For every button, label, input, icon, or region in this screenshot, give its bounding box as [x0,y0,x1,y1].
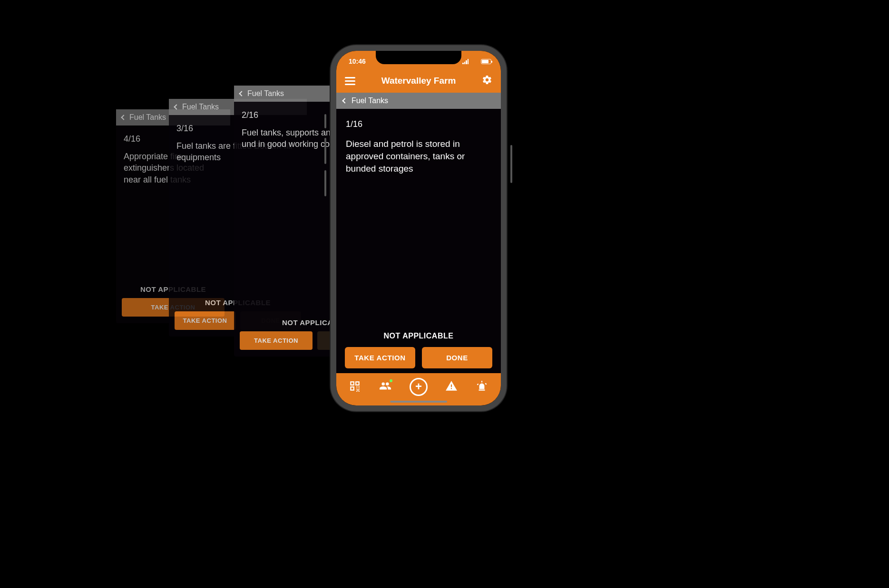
tab-dashboard[interactable] [349,380,361,394]
status-time: 10:46 [346,58,366,65]
done-button[interactable]: DONE [422,347,492,368]
tab-bar: + [336,373,501,405]
tab-add[interactable]: + [410,378,428,396]
chevron-left-icon [174,104,179,109]
phone-volume-up [324,138,326,164]
menu-icon[interactable] [345,77,355,85]
tab-alert[interactable] [445,380,458,394]
status-icons [462,59,491,64]
qr-icon [349,380,361,392]
stacked-card-2-title: Fuel Tanks [247,89,284,98]
breadcrumb-label: Fuel Tanks [352,96,388,105]
phone-screen: 10:46 Watervalley Farm Fuel Tanks 1/16 D… [336,51,501,405]
phone-power-button [510,145,512,183]
question-content: 1/16 Diesel and petrol is stored in appr… [336,109,501,332]
chevron-left-icon [239,91,244,96]
plus-icon: + [415,381,422,392]
breadcrumb[interactable]: Fuel Tanks [336,93,501,109]
phone-side-button [324,114,326,128]
action-area: NOT APPLICABLE TAKE ACTION DONE [336,332,501,373]
chevron-left-icon [121,115,126,120]
stacked-card-3-take-action[interactable]: TAKE ACTION [175,311,235,330]
siren-icon [475,380,488,392]
not-applicable-button[interactable]: NOT APPLICABLE [384,332,454,340]
phone-volume-down [324,170,326,196]
page-title: Watervalley Farm [381,76,456,86]
stacked-card-2-take-action[interactable]: TAKE ACTION [240,331,313,350]
tab-siren[interactable] [475,380,488,394]
stacked-card-4-title: Fuel Tanks [129,113,166,122]
status-bar: 10:46 [336,51,501,72]
phone-frame: 10:46 Watervalley Farm Fuel Tanks 1/16 D… [331,45,507,411]
settings-icon[interactable] [482,75,492,87]
tab-people[interactable] [379,380,392,394]
question-counter: 1/16 [346,119,491,129]
app-header: Watervalley Farm [336,72,501,93]
signal-icon [462,59,469,64]
take-action-button[interactable]: TAKE ACTION [345,347,415,368]
notification-dot-icon [390,379,392,382]
battery-icon [481,59,491,64]
stacked-card-3-title: Fuel Tanks [182,103,219,111]
alert-icon [445,380,458,392]
question-text: Diesel and petrol is stored in approved … [346,138,491,175]
wifi-icon [471,59,478,64]
home-indicator [390,401,447,403]
chevron-left-icon [342,98,347,103]
